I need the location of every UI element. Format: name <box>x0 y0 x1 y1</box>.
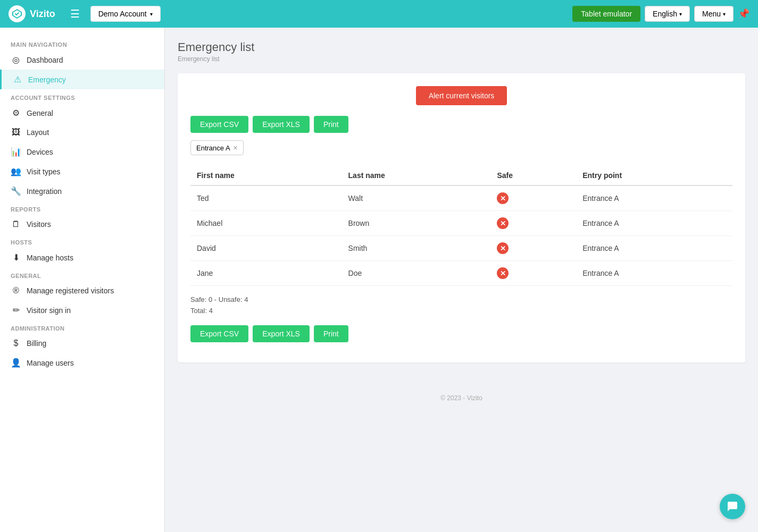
alert-btn-row: Alert current visitors <box>190 86 732 105</box>
table-row: MichaelBrown✕Entrance A <box>190 211 732 236</box>
account-dropdown-button[interactable]: Demo Account ▾ <box>90 6 161 22</box>
sidebar-item-label: General <box>27 109 53 117</box>
cell-entry: Entrance A <box>576 185 732 211</box>
english-dropdown-button[interactable]: English ▾ <box>645 6 690 22</box>
unsafe-icon: ✕ <box>497 217 509 229</box>
sidebar-item-manage-users[interactable]: 👤 Manage users <box>0 353 164 373</box>
tablet-emulator-button[interactable]: Tablet emulator <box>572 6 640 22</box>
export-xls-top-button[interactable]: Export XLS <box>253 116 310 133</box>
export-xls-bottom-button[interactable]: Export XLS <box>253 325 310 342</box>
footer: © 2023 - Vizito <box>178 384 745 412</box>
export-csv-bottom-button[interactable]: Export CSV <box>190 325 248 342</box>
hosts-label: Hosts <box>0 234 164 248</box>
table-row: TedWalt✕Entrance A <box>190 185 732 211</box>
sidebar-item-visitors[interactable]: 🗒 Visitors <box>0 215 164 234</box>
main-content: Emergency list Emergency list Alert curr… <box>165 28 758 532</box>
account-label: Demo Account <box>98 10 147 18</box>
chat-button[interactable] <box>720 494 745 519</box>
sidebar-item-manage-hosts[interactable]: ⬇ Manage hosts <box>0 248 164 267</box>
sidebar-item-integration[interactable]: 🔧 Integration <box>0 181 164 201</box>
sidebar-item-visitor-sign-in[interactable]: ✏ Visitor sign in <box>0 300 164 320</box>
sidebar-item-general[interactable]: ⚙ General <box>0 103 164 123</box>
main-nav-label: Main Navigation <box>0 36 164 50</box>
cell-lastname: Smith <box>342 236 491 261</box>
app-logo: Vizito <box>9 5 55 22</box>
menu-caret: ▾ <box>723 11 726 17</box>
cell-firstname: Ted <box>190 185 342 211</box>
sidebar-item-label: Integration <box>27 187 62 196</box>
sidebar-item-label: Dashboard <box>27 56 63 64</box>
sidebar-item-manage-registered[interactable]: ® Manage registered visitors <box>0 281 164 300</box>
sign-in-icon: ✏ <box>11 305 21 315</box>
filter-tag-remove[interactable]: × <box>234 143 238 152</box>
cell-entry: Entrance A <box>576 236 732 261</box>
header: Vizito ☰ Demo Account ▾ Tablet emulator … <box>0 0 758 28</box>
sidebar-item-billing[interactable]: $ Billing <box>0 334 164 353</box>
cell-firstname: David <box>190 236 342 261</box>
alert-visitors-button[interactable]: Alert current visitors <box>416 86 507 105</box>
breadcrumb: Emergency list <box>178 55 745 63</box>
dashboard-icon: ◎ <box>11 55 21 65</box>
table-wrap: First name Last name Safe Entry point Te… <box>190 166 732 286</box>
layout: Main Navigation ◎ Dashboard ⚠ Emergency … <box>0 28 758 532</box>
unsafe-icon: ✕ <box>497 267 509 279</box>
sidebar-item-label: Visit types <box>27 167 61 176</box>
sidebar-item-visit-types[interactable]: 👥 Visit types <box>0 162 164 181</box>
account-caret: ▾ <box>150 11 153 17</box>
gear-icon: ⚙ <box>11 108 21 118</box>
filter-tag: Entrance A × <box>190 140 244 155</box>
filter-tag-text: Entrance A <box>196 144 230 152</box>
menu-label: Menu <box>702 10 721 18</box>
export-csv-top-button[interactable]: Export CSV <box>190 116 248 133</box>
app-name: Vizito <box>30 9 55 20</box>
filter-row: Entrance A × <box>190 140 732 155</box>
emergency-card: Alert current visitors Export CSV Export… <box>178 73 745 362</box>
sidebar-item-devices[interactable]: 📊 Devices <box>0 142 164 162</box>
integration-icon: 🔧 <box>11 186 21 196</box>
emergency-icon: ⚠ <box>12 74 23 85</box>
sidebar-item-emergency[interactable]: ⚠ Emergency <box>0 70 164 89</box>
header-right: Tablet emulator English ▾ Menu ▾ 📌 <box>572 6 749 22</box>
cell-entry: Entrance A <box>576 211 732 236</box>
unsafe-icon: ✕ <box>497 242 509 254</box>
english-label: English <box>653 10 677 18</box>
col-lastname: Last name <box>342 166 491 185</box>
sidebar-item-layout[interactable]: 🖼 Layout <box>0 123 164 142</box>
sidebar: Main Navigation ◎ Dashboard ⚠ Emergency … <box>0 28 165 532</box>
layout-icon: 🖼 <box>11 128 21 137</box>
cell-firstname: Michael <box>190 211 342 236</box>
export-row-top: Export CSV Export XLS Print <box>190 116 732 133</box>
summary: Safe: 0 - Unsafe: 4 Total: 4 <box>190 294 732 317</box>
export-row-bottom: Export CSV Export XLS Print <box>190 325 732 342</box>
devices-icon: 📊 <box>11 147 21 157</box>
menu-dropdown-button[interactable]: Menu ▾ <box>694 6 734 22</box>
cell-lastname: Doe <box>342 261 491 286</box>
pin-button[interactable]: 📌 <box>738 8 749 20</box>
cell-safe: ✕ <box>490 261 576 286</box>
general-section-label: General <box>0 267 164 281</box>
summary-line1: Safe: 0 - Unsafe: 4 <box>190 294 732 306</box>
registered-icon: ® <box>11 286 21 295</box>
cell-entry: Entrance A <box>576 261 732 286</box>
sidebar-item-label: Emergency <box>28 75 66 84</box>
sidebar-item-label: Layout <box>27 128 49 137</box>
sidebar-item-label: Billing <box>27 339 46 348</box>
billing-icon: $ <box>11 339 21 348</box>
manage-users-icon: 👤 <box>11 358 21 368</box>
visitors-icon: 🗒 <box>11 219 21 229</box>
sidebar-item-dashboard[interactable]: ◎ Dashboard <box>0 50 164 70</box>
col-safe: Safe <box>490 166 576 185</box>
administration-label: Administration <box>0 320 164 334</box>
sidebar-item-label: Manage hosts <box>27 254 73 262</box>
sidebar-item-label: Visitor sign in <box>27 306 71 315</box>
print-top-button[interactable]: Print <box>314 116 348 133</box>
cell-firstname: Jane <box>190 261 342 286</box>
col-firstname: First name <box>190 166 342 185</box>
cell-lastname: Walt <box>342 185 491 211</box>
table-row: DavidSmith✕Entrance A <box>190 236 732 261</box>
cell-lastname: Brown <box>342 211 491 236</box>
hamburger-button[interactable]: ☰ <box>66 5 84 22</box>
cell-safe: ✕ <box>490 211 576 236</box>
print-bottom-button[interactable]: Print <box>314 325 348 342</box>
sidebar-item-label: Manage users <box>27 359 74 367</box>
